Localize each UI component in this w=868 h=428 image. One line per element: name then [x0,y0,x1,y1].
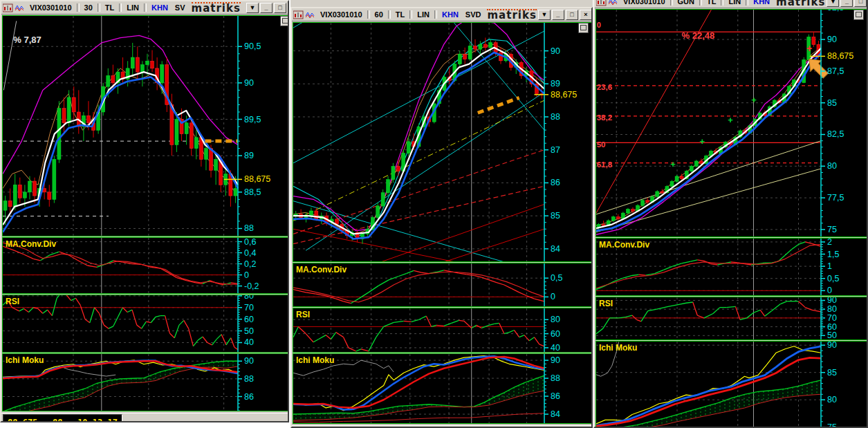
svg-text:88: 88 [551,373,560,383]
currency-label[interactable]: TL [392,10,408,19]
svg-text:0,6: 0,6 [244,237,256,247]
symbol-label: VIX0301010 [317,10,366,19]
svg-text:80: 80 [827,395,837,404]
minimize-button[interactable]: _ [840,0,853,7]
title-bar[interactable]: VIX0301010 GUN TL LIN KHN matriks ▼ _ □ … [595,0,867,8]
separator [670,0,673,6]
chart-area-30min[interactable]: % 7,8790,59089,58988,67588,588MA.Conv.Di… [1,15,288,413]
svg-text:92,5: 92,5 [827,9,844,12]
currency-label[interactable]: TL [703,0,719,6]
svg-text:RSI: RSI [6,297,19,306]
restore-chart-button[interactable] [578,23,589,33]
wave-icon [15,3,26,12]
scale-label[interactable]: LIN [725,0,744,6]
quote-readout: 88,675 88 10.13.17 [3,414,122,422]
svg-text:88,5: 88,5 [244,187,261,197]
svg-text:80: 80 [244,295,254,301]
minimize-button[interactable]: _ [552,10,564,20]
currency-label[interactable]: TL [102,3,118,12]
svg-text:61,8: 61,8 [597,160,613,169]
svg-text:80: 80 [827,161,837,171]
symbol-label: VIX0301010 [26,3,75,12]
svg-text:2: 2 [827,238,832,247]
separator [721,0,723,6]
svg-text:86: 86 [244,392,254,402]
minimize-button[interactable]: _ [260,3,273,13]
chart-area-60min[interactable]: 908988,6758887868584MA.Conv.Div0,50RSI80… [292,21,591,425]
svg-text:50: 50 [244,326,254,336]
svg-text:75: 75 [827,225,837,234]
separator [144,3,147,12]
chart-pane-ichi-moku[interactable]: Ichi Moku90888684 [2,353,288,411]
close-button[interactable]: × [580,10,592,20]
svg-text:88: 88 [244,374,254,384]
separator [746,0,748,6]
chart-pane-rsi[interactable]: RSI806040 [293,308,592,353]
chart-pane-ma-conv-div[interactable]: MA.Conv.Div21,510,50 [595,238,867,296]
svg-text:0: 0 [827,286,832,295]
maximize-button[interactable]: □ [566,10,578,20]
chart-pane-ichi-moku[interactable]: Ichi Moku90858075 [595,341,867,428]
chart-pane-ichi-moku[interactable]: Ichi Moku90888684 [293,353,592,424]
svg-text:82,5: 82,5 [827,129,844,139]
title-bar[interactable]: VIX0301010 30 TL LIN KHN SV matriks ▼ _ … [1,1,288,15]
svg-text:% 22,48: % 22,48 [682,30,715,41]
maximize-button[interactable]: □ [854,0,867,7]
svg-text:0: 0 [597,21,601,29]
scale-label[interactable]: LIN [123,3,142,12]
chart-pane-ma-conv-div[interactable]: MA.Conv.Div0,50 [293,263,592,307]
dropdown-button[interactable]: ▼ [538,10,551,20]
svg-text:90: 90 [827,341,837,350]
separator [388,10,391,19]
svg-text:90,5: 90,5 [244,41,261,51]
khn-label[interactable]: KHN [750,0,773,6]
timeframe-label[interactable]: 30 [81,3,96,12]
chart-pane-price[interactable]: +++++% 22,48023,638,25061,892,59088,6758… [595,9,867,237]
svg-text:MA.Conv.Div: MA.Conv.Div [599,240,649,250]
svg-text:77,5: 77,5 [827,193,844,203]
chart-window-daily[interactable]: VIX0301010 GUN TL LIN KHN matriks ▼ _ □ … [593,0,868,428]
restore-chart-button[interactable] [853,10,864,20]
title-bar[interactable]: VIX0301010 60 TL LIN KHN SVD matriks ▼ _… [292,8,591,21]
dropdown-button[interactable]: ▼ [827,0,839,7]
timeframe-label[interactable]: GUN [674,0,698,6]
chart-pane-price[interactable]: % 7,8790,59089,58988,67588,588 [2,15,288,236]
chart-pane-rsi[interactable]: RSI9080706050 [595,297,867,340]
svg-text:87: 87 [551,145,560,155]
chart-icon [596,0,607,6]
dropdown-button[interactable]: ▼ [246,3,259,13]
svg-text:Ichi Moku: Ichi Moku [6,355,44,365]
svg-text:60: 60 [244,315,254,324]
svg-text:88,675: 88,675 [551,90,577,100]
svg-text:88: 88 [244,223,254,233]
wave-icon [305,10,316,19]
scale-label[interactable]: LIN [414,10,433,19]
khn-label[interactable]: KHN [148,3,172,12]
chart-window-30min[interactable]: VIX0301010 30 TL LIN KHN SV matriks ▼ _ … [0,0,289,422]
mode-label[interactable]: SVD [462,10,485,19]
chart-pane-price[interactable]: 908988,6758887868584 [293,22,592,262]
svg-text:89,5: 89,5 [244,115,261,124]
separator [77,3,80,12]
separator [367,10,370,19]
svg-text:RSI: RSI [296,310,310,319]
svg-text:85: 85 [827,368,837,378]
restore-icon [856,12,862,17]
chart-pane-ma-conv-div[interactable]: MA.Conv.Div0,60,40,20-0,2 [2,237,288,294]
restore-icon [580,25,587,30]
chart-area-daily[interactable]: +++++% 22,48023,638,25061,892,59088,6758… [595,8,867,428]
timeframe-label[interactable]: 60 [371,10,387,19]
chart-window-60min[interactable]: VIX0301010 60 TL LIN KHN SVD matriks ▼ _… [290,7,593,428]
svg-text:0,4: 0,4 [244,248,256,258]
svg-text:90: 90 [551,46,560,56]
status-bar: 88,675 88 10.13.17 [1,413,288,422]
svg-text:1,5: 1,5 [827,250,839,259]
khn-label[interactable]: KHN [438,10,462,19]
svg-text:90: 90 [827,35,837,44]
svg-text:-0,2: -0,2 [244,281,259,291]
svg-text:40: 40 [551,343,560,353]
mode-label[interactable]: SV [172,3,189,12]
chart-pane-rsi[interactable]: RSI8070605040 [2,295,288,353]
maximize-button[interactable]: □ [274,3,286,13]
svg-text:89: 89 [244,151,254,160]
